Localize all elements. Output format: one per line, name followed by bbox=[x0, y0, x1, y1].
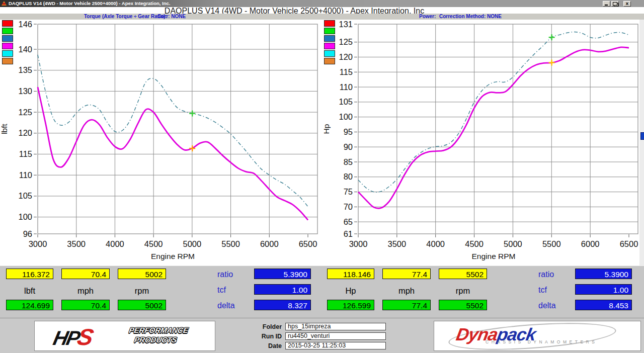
svg-text:4000: 4000 bbox=[426, 239, 445, 248]
power-chart[interactable]: 3000350040004500500055006000650061657075… bbox=[322, 20, 644, 266]
svg-text:100: 100 bbox=[18, 212, 32, 221]
svg-text:4000: 4000 bbox=[106, 239, 124, 248]
svg-text:80: 80 bbox=[344, 172, 353, 181]
unit-label-mph: mph bbox=[382, 286, 431, 295]
reference-value-mph: 77.4 bbox=[382, 300, 431, 310]
svg-text:3500: 3500 bbox=[67, 239, 86, 248]
svg-text:5500: 5500 bbox=[221, 239, 240, 248]
reference-value-Hp: 126.599 bbox=[327, 300, 374, 310]
svg-text:75: 75 bbox=[344, 187, 353, 196]
cursor-value-rpm: 5002 bbox=[118, 269, 166, 279]
folder-label: Folder bbox=[253, 323, 282, 330]
unit-label-Hp: Hp bbox=[327, 286, 374, 295]
svg-text:100: 100 bbox=[339, 112, 353, 121]
chart-headers-strip: Torque (Axle Torque ÷ Gear Ratio): Corr:… bbox=[0, 14, 644, 20]
delta-value: 8.327 bbox=[254, 300, 311, 310]
legend-swatch-1 bbox=[324, 28, 335, 34]
svg-text:125: 125 bbox=[18, 108, 32, 117]
hps-logo-line2: PRODUCTS bbox=[134, 335, 188, 344]
legend-swatch-1 bbox=[2, 28, 13, 34]
svg-text:65: 65 bbox=[344, 217, 353, 226]
cursor-value-lbft: 116.372 bbox=[6, 269, 53, 279]
svg-text:3000: 3000 bbox=[349, 239, 368, 248]
unit-label-lbft: lbft bbox=[6, 286, 53, 295]
torque-chart[interactable]: 3000350040004500500055006000650096100105… bbox=[0, 20, 322, 266]
svg-text:85: 85 bbox=[344, 157, 353, 166]
svg-text:70: 70 bbox=[344, 202, 353, 211]
runid-label: Run ID bbox=[253, 333, 282, 340]
svg-text:105: 105 bbox=[18, 191, 32, 200]
reference-value-mph: 70.4 bbox=[61, 300, 110, 310]
delta-label: delta bbox=[538, 301, 556, 310]
tcf-value: 1.00 bbox=[254, 284, 311, 295]
svg-text:4500: 4500 bbox=[144, 239, 163, 248]
legend-swatch-2 bbox=[324, 35, 335, 42]
svg-text:3500: 3500 bbox=[387, 239, 406, 248]
power-correction-label: Correction Method: NONE bbox=[439, 14, 502, 20]
power-header-label: Power: bbox=[419, 14, 436, 20]
footer-panel: HPS PERFORMANCE PRODUCTS Folder hps_15im… bbox=[0, 318, 644, 353]
app-icon bbox=[2, 1, 7, 6]
ratio-label: ratio bbox=[538, 270, 554, 279]
svg-text:5000: 5000 bbox=[504, 239, 522, 248]
legend-swatch-4 bbox=[324, 50, 335, 57]
svg-text:lbft: lbft bbox=[0, 123, 9, 134]
torque-chart-legend bbox=[2, 20, 14, 65]
ratio-value: 5.3900 bbox=[575, 269, 632, 279]
svg-text:5000: 5000 bbox=[183, 239, 201, 248]
ratio-value: 5.3900 bbox=[254, 269, 311, 279]
dynapack-logo: Dynapack CHASSIS DYNAMOMETERS bbox=[434, 321, 641, 351]
cursor-value-rpm: 5502 bbox=[439, 269, 487, 279]
hps-logo-mark: HPS bbox=[51, 323, 96, 350]
edge-marker-icon bbox=[640, 132, 644, 140]
cursor-value-mph: 77.4 bbox=[382, 269, 431, 279]
date-field[interactable]: 2015-03-25 11:25:03 bbox=[285, 342, 386, 349]
legend-swatch-3 bbox=[324, 43, 335, 49]
window-title-bar[interactable]: DAQPLUS V14 (4WD - Motor Vehicle 2500+40… bbox=[0, 0, 644, 7]
svg-text:140: 140 bbox=[18, 45, 32, 54]
svg-text:95: 95 bbox=[344, 127, 353, 136]
svg-text:61: 61 bbox=[344, 229, 353, 238]
svg-text:110: 110 bbox=[19, 170, 32, 180]
svg-text:105: 105 bbox=[339, 97, 353, 106]
svg-text:6500: 6500 bbox=[620, 239, 638, 248]
window-title: DAQPLUS V14 (4WD - Motor Vehicle 2500+40… bbox=[9, 1, 170, 6]
svg-text:115: 115 bbox=[340, 67, 353, 76]
dynapack-subtext: CHASSIS DYNAMOMETERS bbox=[486, 339, 597, 344]
svg-text:Hp: Hp bbox=[322, 124, 331, 134]
runid-field[interactable]: ru4450_venturi bbox=[285, 332, 386, 340]
tcf-label: tcf bbox=[538, 286, 547, 295]
svg-text:96: 96 bbox=[23, 229, 32, 238]
delta-value: 8.453 bbox=[575, 300, 632, 310]
power-chart-legend bbox=[324, 20, 336, 65]
legend-swatch-0 bbox=[2, 20, 13, 27]
window-edge-strip bbox=[639, 20, 644, 266]
daqplus-window: { "window": { "title": "DAQPLUS V14 (4WD… bbox=[0, 0, 644, 353]
minimize-button[interactable] bbox=[603, 1, 610, 7]
reference-value-rpm: 5502 bbox=[439, 300, 487, 310]
unit-label-rpm: rpm bbox=[439, 286, 487, 295]
restore-button[interactable] bbox=[611, 1, 619, 7]
cursor-value-mph: 70.4 bbox=[61, 269, 110, 279]
legend-swatch-2 bbox=[2, 35, 13, 42]
svg-text:115: 115 bbox=[19, 149, 32, 158]
torque-correction-label: Corr: NONE bbox=[157, 14, 186, 20]
svg-text:90: 90 bbox=[344, 142, 353, 151]
svg-text:125: 125 bbox=[339, 37, 353, 46]
close-button[interactable] bbox=[623, 1, 631, 7]
unit-label-mph: mph bbox=[61, 286, 110, 295]
svg-text:131: 131 bbox=[339, 20, 353, 29]
legend-swatch-0 bbox=[324, 20, 335, 27]
folder-field[interactable]: hps_15impreza bbox=[285, 323, 386, 330]
svg-text:5500: 5500 bbox=[542, 239, 561, 248]
svg-text:3000: 3000 bbox=[29, 239, 47, 248]
unit-label-rpm: rpm bbox=[118, 286, 166, 295]
legend-swatch-5 bbox=[2, 58, 13, 64]
ratio-label: ratio bbox=[217, 270, 233, 279]
charts-area: 3000350040004500500055006000650096100105… bbox=[0, 20, 644, 266]
date-label: Date bbox=[253, 342, 282, 349]
legend-swatch-3 bbox=[2, 43, 13, 49]
torque-header-label: Torque (Axle Torque ÷ Gear Ratio): bbox=[84, 14, 167, 20]
svg-text:Engine RPM: Engine RPM bbox=[151, 252, 195, 260]
cursor-value-Hp: 118.146 bbox=[327, 269, 374, 279]
